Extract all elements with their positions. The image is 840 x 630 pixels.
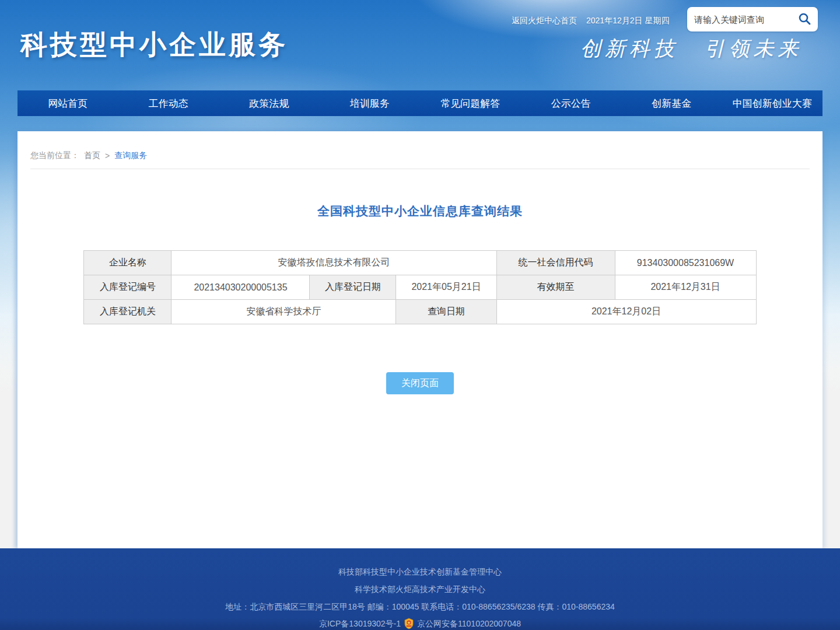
- site-slogan: 创新科技 引领未来: [580, 35, 814, 62]
- search-box[interactable]: [687, 7, 818, 32]
- breadcrumb-current-link[interactable]: 查询服务: [114, 150, 147, 161]
- icp-license-link[interactable]: 京ICP备13019302号-1: [319, 615, 401, 630]
- content-card: 您当前位置： 首页 > 查询服务 全国科技型中小企业信息库查询结果 企业名称 安…: [18, 131, 822, 548]
- return-torch-home-link[interactable]: 返回火炬中心首页: [512, 16, 577, 26]
- value-registration-date: 2021年05月21日: [396, 275, 496, 300]
- value-registration-number: 202134030200005135: [172, 275, 310, 300]
- table-row: 入库登记编号 202134030200005135 入库登记日期 2021年05…: [84, 275, 756, 300]
- value-query-date: 2021年12月02日: [496, 300, 756, 324]
- search-input[interactable]: [694, 15, 796, 24]
- nav-item-home[interactable]: 网站首页: [18, 90, 118, 116]
- label-query-date: 查询日期: [396, 300, 496, 324]
- search-icon: [797, 12, 811, 27]
- label-credit-code: 统一社会信用代码: [496, 251, 615, 275]
- footer: 科技部科技型中小企业技术创新基金管理中心 科学技术部火炬高技术产业开发中心 地址…: [0, 548, 840, 630]
- nav-item-announcements[interactable]: 公示公告: [521, 90, 622, 116]
- current-date: 2021年12月2日 星期四: [586, 16, 669, 26]
- top-links: 返回火炬中心首页 2021年12月2日 星期四: [512, 16, 669, 26]
- value-company-name: 安徽塔孜信息技术有限公司: [172, 251, 496, 275]
- breadcrumb-divider: [30, 169, 810, 169]
- value-valid-until: 2021年12月31日: [615, 275, 756, 300]
- footer-icp-line: 京ICP备13019302号-1 京公网安备11010202007048: [0, 615, 840, 630]
- main-nav: 网站首页 工作动态 政策法规 培训服务 常见问题解答 公示公告 创新基金 中国创…: [18, 90, 822, 116]
- label-registration-date: 入库登记日期: [310, 275, 396, 300]
- query-result-table: 企业名称 安徽塔孜信息技术有限公司 统一社会信用代码 9134030008523…: [83, 250, 756, 324]
- breadcrumb-prefix: 您当前位置：: [30, 150, 79, 161]
- page-title: 全国科技型中小企业信息库查询结果: [18, 203, 822, 219]
- footer-org-line-2: 科学技术部火炬高技术产业开发中心: [0, 580, 840, 598]
- nav-item-innovation-fund[interactable]: 创新基金: [621, 90, 722, 116]
- footer-org-line-1: 科技部科技型中小企业技术创新基金管理中心: [0, 563, 840, 580]
- breadcrumb-separator: >: [105, 151, 110, 160]
- nav-item-policies[interactable]: 政策法规: [219, 90, 320, 116]
- site-logo: 科技型中小企业服务: [20, 27, 288, 63]
- police-record-link[interactable]: 京公网安备11010202007048: [417, 615, 521, 630]
- value-credit-code: 91340300085231069W: [615, 251, 756, 275]
- footer-address-line: 地址：北京市西城区三里河二区甲18号 邮编：100045 联系电话：010-88…: [0, 598, 840, 615]
- nav-item-work-news[interactable]: 工作动态: [118, 90, 219, 116]
- nav-item-faq[interactable]: 常见问题解答: [420, 90, 521, 116]
- table-row: 入库登记机关 安徽省科学技术厅 查询日期 2021年12月02日: [84, 300, 756, 324]
- value-registration-agency: 安徽省科学技术厅: [172, 300, 396, 324]
- close-page-button[interactable]: 关闭页面: [386, 372, 454, 394]
- breadcrumb-home-link[interactable]: 首页: [84, 150, 100, 161]
- label-registration-number: 入库登记编号: [84, 275, 172, 300]
- search-button[interactable]: [796, 10, 813, 28]
- nav-item-competition[interactable]: 中国创新创业大赛: [722, 90, 823, 116]
- police-badge-icon: [404, 618, 414, 629]
- label-company-name: 企业名称: [84, 251, 172, 275]
- nav-item-training[interactable]: 培训服务: [320, 90, 421, 116]
- label-valid-until: 有效期至: [496, 275, 615, 300]
- breadcrumb: 您当前位置： 首页 > 查询服务: [18, 131, 822, 161]
- label-registration-agency: 入库登记机关: [84, 300, 172, 324]
- table-row: 企业名称 安徽塔孜信息技术有限公司 统一社会信用代码 9134030008523…: [84, 251, 756, 275]
